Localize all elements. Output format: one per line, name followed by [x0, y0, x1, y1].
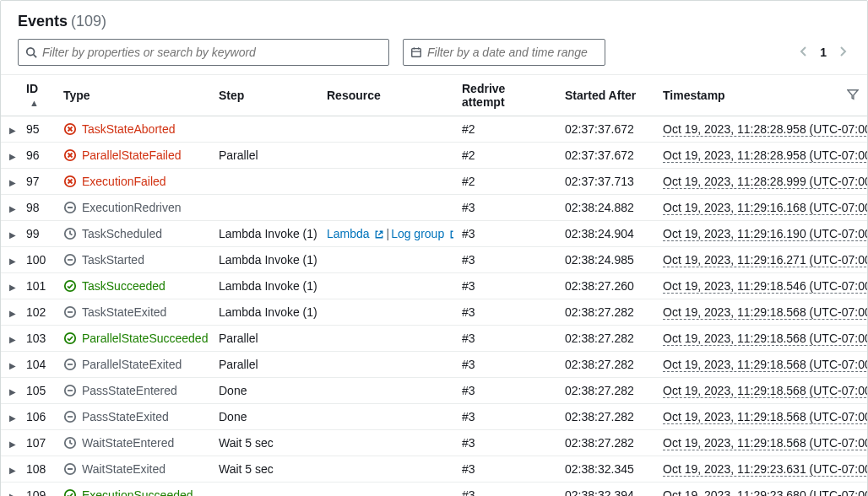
cell-step [210, 195, 318, 221]
col-header-resource[interactable]: Resource [318, 75, 453, 116]
cell-redrive: #2 [453, 169, 556, 195]
neutral-icon [63, 384, 77, 397]
timestamp-text: Oct 19, 2023, 11:29:18.568 (UTC-07:00) [663, 410, 867, 424]
event-type-label: ParallelStateSucceeded [82, 332, 208, 345]
svg-point-0 [27, 48, 35, 56]
row-expander[interactable]: ▶ [9, 309, 16, 318]
neutral-icon [63, 358, 77, 371]
col-header-timestamp[interactable]: Timestamp [654, 75, 867, 116]
clock-icon [63, 227, 77, 240]
row-expander[interactable]: ▶ [9, 204, 16, 213]
row-expander[interactable]: ▶ [9, 335, 16, 344]
keyword-filter-input[interactable] [42, 46, 382, 59]
cell-timestamp: Oct 19, 2023, 11:29:23.631 (UTC-07:00) [654, 456, 867, 483]
cell-resource [318, 326, 453, 352]
row-expander[interactable]: ▶ [9, 283, 16, 292]
row-expander[interactable]: ▶ [9, 492, 16, 496]
cell-id: 104 [18, 352, 55, 378]
row-expander[interactable]: ▶ [9, 413, 16, 423]
search-icon [25, 46, 37, 58]
cell-redrive: #3 [453, 483, 556, 497]
table-row: ▶108WaitStateExitedWait 5 sec#302:38:32.… [1, 456, 867, 483]
event-type-label: ParallelStateExited [82, 358, 182, 371]
date-filter-input[interactable] [427, 46, 598, 59]
row-expander[interactable]: ▶ [9, 152, 16, 161]
table-row: ▶103ParallelStateSucceededParallel#302:3… [1, 326, 867, 352]
cell-redrive: #3 [453, 378, 556, 404]
cell-resource [318, 404, 453, 430]
panel-header: Events (109) [1, 1, 867, 74]
cell-id: 96 [18, 143, 55, 169]
row-expander[interactable]: ▶ [9, 387, 16, 396]
event-type-label: PassStateExited [82, 410, 169, 423]
table-row: ▶102TaskStateExitedLambda Invoke (1)#302… [1, 299, 867, 326]
cell-resource [318, 116, 453, 143]
cell-step [210, 483, 318, 497]
cell-redrive: #3 [453, 456, 556, 483]
row-expander[interactable]: ▶ [9, 178, 16, 187]
cell-redrive: #2 [453, 116, 556, 143]
cell-started: 02:38:27.282 [556, 299, 654, 326]
col-header-started[interactable]: Started After [556, 75, 654, 116]
cell-resource [318, 247, 453, 273]
cell-id: 102 [18, 299, 55, 326]
cell-timestamp: Oct 19, 2023, 11:28:28.999 (UTC-07:00) [654, 169, 867, 195]
cell-timestamp: Oct 19, 2023, 11:29:18.568 (UTC-07:00) [654, 378, 867, 404]
row-expander[interactable]: ▶ [9, 466, 16, 475]
row-expander[interactable]: ▶ [9, 126, 16, 135]
success-icon [63, 332, 77, 345]
lambda-link[interactable]: Lambda [327, 227, 384, 240]
svg-marker-6 [848, 89, 858, 99]
cell-timestamp: Oct 19, 2023, 11:29:18.568 (UTC-07:00) [654, 404, 867, 430]
table-row: ▶109ExecutionSucceeded#302:38:32.394Oct … [1, 483, 867, 497]
table-row: ▶95TaskStateAborted#202:37:37.672Oct 19,… [1, 116, 867, 143]
col-header-redrive[interactable]: Redrive attempt [453, 75, 556, 116]
table-row: ▶99TaskScheduledLambda Invoke (1)Lambda … [1, 221, 867, 247]
cell-step: Lambda Invoke (1) [210, 247, 318, 273]
external-link-icon [449, 229, 453, 240]
table-row: ▶106PassStateExitedDone#302:38:27.282Oct… [1, 404, 867, 430]
cell-step: Lambda Invoke (1) [210, 299, 318, 326]
cell-id: 105 [18, 378, 55, 404]
cell-resource [318, 169, 453, 195]
event-type-label: ParallelStateFailed [82, 148, 182, 162]
cell-id: 109 [18, 483, 55, 497]
cell-timestamp: Oct 19, 2023, 11:29:18.568 (UTC-07:00) [654, 326, 867, 352]
cell-timestamp: Oct 19, 2023, 11:28:28.958 (UTC-07:00) [654, 116, 867, 143]
timestamp-text: Oct 19, 2023, 11:28:28.958 (UTC-07:00) [663, 148, 867, 163]
cell-id: 97 [18, 169, 55, 195]
col-header-id[interactable]: ID ▲ [18, 75, 55, 116]
row-expander[interactable]: ▶ [9, 361, 16, 370]
cell-id: 101 [18, 273, 55, 299]
event-type-label: TaskSucceeded [82, 279, 165, 293]
col-header-type[interactable]: Type [55, 75, 210, 116]
cell-resource [318, 430, 453, 456]
cell-timestamp: Oct 19, 2023, 11:29:23.680 (UTC-07:00) [654, 483, 867, 497]
next-page-button[interactable] [838, 46, 847, 60]
cell-started: 02:38:27.282 [556, 352, 654, 378]
timestamp-text: Oct 19, 2023, 11:29:16.168 (UTC-07:00) [663, 201, 867, 215]
keyword-filter-box[interactable] [18, 39, 389, 66]
cell-started: 02:38:27.260 [556, 273, 654, 299]
log-group-link[interactable]: Log group [391, 227, 453, 240]
cell-started: 02:38:27.282 [556, 404, 654, 430]
cell-type: ExecutionFailed [55, 169, 210, 195]
cell-timestamp: Oct 19, 2023, 11:29:18.568 (UTC-07:00) [654, 299, 867, 326]
timestamp-text: Oct 19, 2023, 11:29:16.271 (UTC-07:00) [663, 253, 867, 267]
row-expander[interactable]: ▶ [9, 439, 16, 449]
prev-page-button[interactable] [800, 46, 808, 60]
events-table: ID ▲ Type Step Resource Redrive attempt … [1, 74, 867, 496]
col-header-step[interactable]: Step [210, 75, 318, 116]
cell-timestamp: Oct 19, 2023, 11:28:28.958 (UTC-07:00) [654, 143, 867, 169]
neutral-icon [63, 305, 77, 319]
timestamp-text: Oct 19, 2023, 11:28:28.958 (UTC-07:00) [663, 122, 867, 137]
timestamp-text: Oct 19, 2023, 11:29:18.568 (UTC-07:00) [663, 332, 867, 346]
panel-count: (109) [71, 13, 106, 30]
row-expander[interactable]: ▶ [9, 256, 16, 266]
cell-timestamp: Oct 19, 2023, 11:29:18.546 (UTC-07:00) [654, 273, 867, 299]
table-settings-button[interactable] [847, 89, 859, 103]
event-type-label: TaskStateAborted [82, 122, 176, 136]
event-type-label: ExecutionFailed [82, 175, 166, 188]
date-filter-box[interactable] [403, 39, 605, 66]
row-expander[interactable]: ▶ [9, 230, 16, 240]
